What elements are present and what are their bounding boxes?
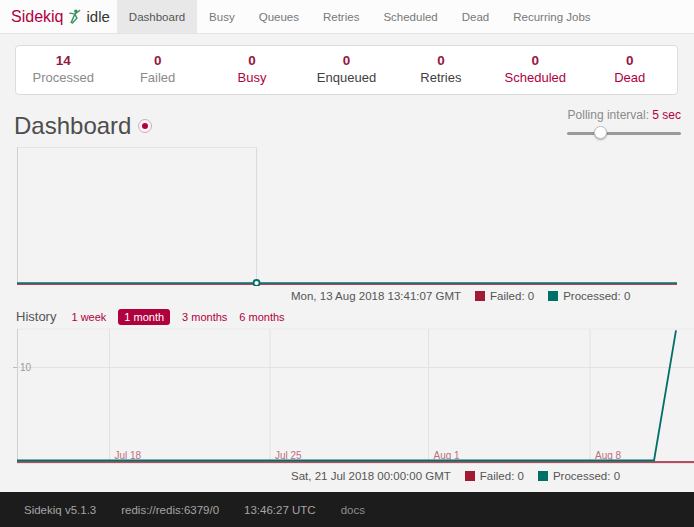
stats-summary: 14Processed0Failed0Busy0Enqueued0Retries… (15, 45, 678, 95)
stat-busy[interactable]: 0Busy (205, 53, 299, 86)
range-1-week[interactable]: 1 week (71, 311, 106, 323)
legend-timestamp: Sat, 21 Jul 2018 00:00:00 GMT (291, 470, 451, 482)
legend-label: Processed: 0 (553, 470, 620, 482)
tab-recurring-jobs[interactable]: Recurring Jobs (501, 0, 602, 33)
polling-value-link[interactable]: 5 sec (652, 108, 681, 122)
x-tick-label: Jul 25 (275, 450, 302, 461)
sidekiq-figure-icon (68, 9, 81, 24)
legend-processed: Processed: 0 (538, 470, 620, 482)
processed-line (17, 330, 676, 460)
stat-label[interactable]: Scheduled (488, 70, 582, 86)
realtime-graph[interactable] (0, 145, 694, 286)
stat-label[interactable]: Retries (394, 70, 488, 86)
footer-time: 13:46:27 UTC (244, 504, 316, 516)
stat-value: 0 (299, 53, 393, 70)
nav-tabs: DashboardBusyQueuesRetriesScheduledDeadR… (117, 0, 603, 33)
sidekiq-logo-text[interactable]: Sidekiq (11, 8, 63, 26)
tab-dead[interactable]: Dead (450, 0, 502, 33)
slider-thumb[interactable] (594, 126, 607, 139)
stat-value: 0 (583, 53, 677, 70)
hover-point-marker (254, 280, 260, 286)
stat-value: 0 (394, 53, 488, 70)
x-tick-label: Jul 18 (115, 450, 142, 461)
stat-processed: 14Processed (16, 53, 110, 86)
stat-value: 14 (16, 53, 110, 70)
legend-color-processed (538, 471, 548, 481)
polling-control: Polling interval: 5 sec (567, 107, 681, 145)
stat-scheduled[interactable]: 0Scheduled (488, 53, 582, 86)
navbar: Sidekiq idle DashboardBusyQueuesRetriesS… (0, 0, 694, 34)
range-6-months[interactable]: 6 months (239, 311, 284, 323)
stat-dead[interactable]: 0Dead (583, 53, 677, 86)
stat-retries[interactable]: 0Retries (394, 53, 488, 86)
history-ranges: 1 week1 month3 months6 months (71, 309, 284, 325)
legend-label: Processed: 0 (563, 290, 630, 302)
live-beacon-icon (138, 119, 152, 133)
dashboard-header: Dashboard Polling interval: 5 sec (14, 107, 681, 145)
legend-color-failed (465, 471, 475, 481)
range-3-months[interactable]: 3 months (182, 311, 227, 323)
footer-redis-url: redis://redis:6379/0 (121, 504, 219, 516)
y-tick-label: 10 (20, 362, 32, 373)
footer: Sidekiq v5.1.3 redis://redis:6379/0 13:4… (0, 492, 694, 527)
stat-label: Processed (16, 70, 110, 86)
stat-label: Failed (110, 70, 204, 86)
range-1-month[interactable]: 1 month (118, 309, 170, 325)
tab-busy[interactable]: Busy (197, 0, 247, 33)
history-legend: Sat, 21 Jul 2018 00:00:00 GMTFailed: 0Pr… (0, 468, 694, 483)
history-graph[interactable]: Jul 18Jul 25Aug 1Aug 810 (0, 327, 694, 466)
stat-label[interactable]: Enqueued (299, 70, 393, 86)
stat-enqueued[interactable]: 0Enqueued (299, 53, 393, 86)
stat-value: 0 (205, 53, 299, 70)
brand: Sidekiq idle (0, 0, 110, 33)
polling-slider[interactable] (567, 126, 681, 140)
polling-label: Polling interval: (568, 108, 649, 122)
footer-version: Sidekiq v5.1.3 (24, 504, 96, 516)
stat-value: 0 (110, 53, 204, 70)
legend-color-failed (475, 291, 485, 301)
x-tick-label: Aug 1 (434, 450, 461, 461)
stat-label[interactable]: Dead (583, 70, 677, 86)
tab-queues[interactable]: Queues (247, 0, 311, 33)
status-indicator: idle (86, 8, 109, 25)
footer-docs-link[interactable]: docs (341, 504, 365, 516)
legend-color-processed (548, 291, 558, 301)
legend-label: Failed: 0 (480, 470, 524, 482)
tab-dashboard[interactable]: Dashboard (117, 0, 197, 33)
page-title: Dashboard (14, 112, 131, 140)
history-header: History 1 week1 month3 months6 months (16, 308, 694, 325)
legend-timestamp: Mon, 13 Aug 2018 13:41:07 GMT (291, 290, 461, 302)
stat-failed: 0Failed (110, 53, 204, 86)
stat-label[interactable]: Busy (205, 70, 299, 86)
tab-scheduled[interactable]: Scheduled (371, 0, 449, 33)
legend-failed: Failed: 0 (465, 470, 524, 482)
tab-retries[interactable]: Retries (311, 0, 371, 33)
realtime-legend: Mon, 13 Aug 2018 13:41:07 GMTFailed: 0Pr… (0, 288, 694, 303)
legend-processed: Processed: 0 (548, 290, 630, 302)
legend-label: Failed: 0 (490, 290, 534, 302)
slider-track[interactable] (567, 132, 681, 135)
x-tick-label: Aug 8 (595, 450, 622, 461)
stat-value: 0 (488, 53, 582, 70)
legend-failed: Failed: 0 (475, 290, 534, 302)
title-wrap: Dashboard (14, 107, 152, 145)
history-title: History (16, 309, 56, 324)
